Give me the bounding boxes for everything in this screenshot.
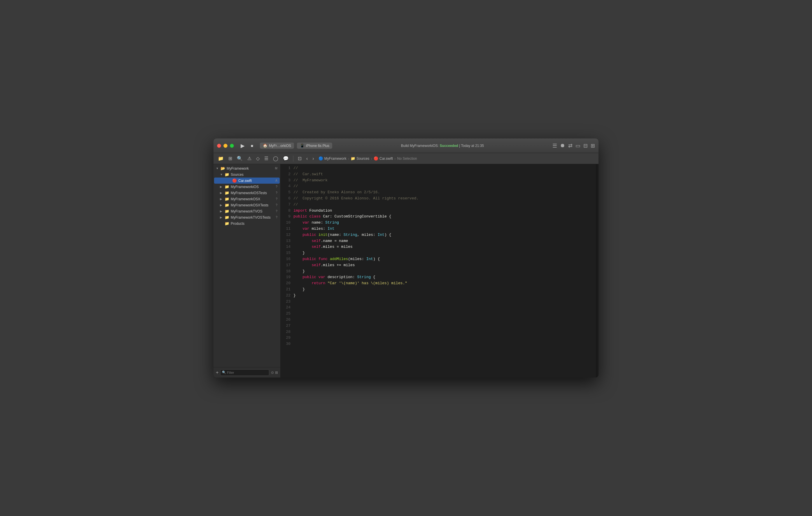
folder-icon: 📁 bbox=[225, 185, 229, 189]
sidebar: ▼ 📂 MyFramework M ▼ 📁 Sources 🔴 Car.swif… bbox=[213, 164, 281, 377]
item-label: Car.swift bbox=[238, 179, 252, 183]
arrow-icon: ▶ bbox=[220, 191, 224, 194]
forward-btn[interactable]: › bbox=[311, 155, 315, 162]
arrow-icon: ▶ bbox=[220, 216, 224, 219]
item-label: Products bbox=[231, 221, 244, 225]
badge-q: ? bbox=[276, 185, 278, 188]
build-status: Build MyFrameworkiOS: Succeeded | Today … bbox=[332, 144, 552, 148]
sidebar-item-myframework[interactable]: ▼ 📂 MyFramework M bbox=[214, 165, 280, 172]
breakpoint-btn[interactable]: ◯ bbox=[271, 155, 280, 162]
source-control-btn[interactable]: ◇ bbox=[255, 155, 261, 162]
folder-icon: 📁 bbox=[225, 215, 229, 219]
sidebar-item-myframeworktvostests[interactable]: ▶ 📁 MyFrameworkTVOSTests ? bbox=[214, 214, 280, 220]
grid-view-btn[interactable]: ⊞ bbox=[227, 155, 234, 162]
folder-icon: 📁 bbox=[225, 172, 229, 177]
filter-search-icon: 🔍 bbox=[222, 370, 226, 374]
minimize-button[interactable] bbox=[224, 144, 228, 148]
scheme-device[interactable]: 📱 iPhone 6s Plus bbox=[297, 142, 332, 149]
recent-icon[interactable]: ⊙ bbox=[271, 370, 274, 374]
sidebar-item-products[interactable]: 📁 Products bbox=[214, 220, 280, 226]
folder-icon: 📁 bbox=[225, 203, 229, 207]
bookmark-btn[interactable]: ☰ bbox=[263, 155, 270, 162]
folder-icon: 📁 bbox=[225, 221, 229, 225]
note-btn[interactable]: 💬 bbox=[282, 155, 290, 162]
titlebar-right-controls: ☰ ⏺ ⇄ ▭ ⊟ ⊞ bbox=[552, 143, 595, 149]
filter-right-icons: ⊙ ⊞ bbox=[271, 370, 278, 374]
item-label: MyFrameworkOSX bbox=[231, 197, 260, 201]
arrow-icon: ▼ bbox=[220, 173, 224, 176]
folder-icon: 📁 bbox=[225, 197, 229, 201]
sidebar-item-carswift[interactable]: 🔴 Car.swift A bbox=[214, 178, 280, 184]
sidebar-item-myframeworktvos[interactable]: ▶ 📁 MyFrameworkTVOS ? bbox=[214, 208, 280, 214]
item-label: Sources bbox=[231, 173, 243, 177]
breadcrumb-sources-label: Sources bbox=[356, 156, 369, 161]
breadcrumb-sep-3: › bbox=[394, 156, 396, 161]
preview-btn[interactable]: ⊡ bbox=[296, 155, 303, 162]
folder-icon: 📁 bbox=[225, 191, 229, 195]
badge-q: ? bbox=[276, 216, 278, 219]
sources-folder-icon: 📁 bbox=[351, 156, 355, 161]
layout-split-icon[interactable]: ⊟ bbox=[583, 143, 588, 149]
project-navigator[interactable]: ▼ 📂 MyFramework M ▼ 📁 Sources 🔴 Car.swif… bbox=[213, 164, 280, 367]
navigator-icon[interactable]: ⏺ bbox=[560, 143, 565, 149]
arrow-icon: ▶ bbox=[220, 204, 224, 207]
layout-triple-icon[interactable]: ⊞ bbox=[591, 143, 595, 149]
add-file-button[interactable]: + bbox=[216, 370, 219, 375]
minimap-panel bbox=[596, 164, 599, 377]
xcode-window: ▶ ■ 🏠 MyFr…orkiOS 📱 iPhone 6s Plus Build… bbox=[213, 139, 599, 377]
folder-icon-btn[interactable]: 📁 bbox=[216, 155, 225, 162]
code-area[interactable]: 12345 678910 1112131415 1617181920 21222… bbox=[281, 164, 596, 377]
editor-layout-icon[interactable]: ☰ bbox=[552, 143, 557, 149]
scheme-selector: 🏠 MyFr…orkiOS 📱 iPhone 6s Plus bbox=[260, 142, 332, 149]
swift-icon: 🔴 bbox=[232, 178, 237, 183]
filter-options-icon[interactable]: ⊞ bbox=[275, 370, 278, 374]
main-content: ▼ 📂 MyFramework M ▼ 📁 Sources 🔴 Car.swif… bbox=[213, 164, 599, 377]
sidebar-footer: + 🔍 ⊙ ⊞ bbox=[213, 367, 280, 377]
sidebar-item-sources[interactable]: ▼ 📁 Sources bbox=[214, 172, 280, 178]
item-label: MyFrameworkiOSTests bbox=[231, 191, 267, 195]
sidebar-item-myframeworkios[interactable]: ▶ 📁 MyFrameworkiOS ? bbox=[214, 184, 280, 190]
badge-q: ? bbox=[276, 204, 278, 207]
arrow-icon: ▶ bbox=[220, 198, 224, 201]
scheme-target[interactable]: 🏠 MyFr…orkiOS bbox=[260, 142, 294, 149]
scheme-target-label: MyFr…orkiOS bbox=[269, 144, 291, 148]
scheme-device-label: iPhone 6s Plus bbox=[306, 144, 329, 148]
stop-button[interactable]: ■ bbox=[248, 142, 256, 150]
badge-a: A bbox=[276, 179, 278, 182]
filter-input[interactable] bbox=[227, 371, 267, 374]
swift-file-icon: 🔴 bbox=[374, 156, 378, 161]
code-content: // // Car.swift // MyFramework // // Cre… bbox=[293, 165, 596, 376]
breadcrumb-sep-1: › bbox=[348, 156, 349, 161]
breadcrumb-myframework-label: MyFramework bbox=[324, 156, 347, 161]
maximize-button[interactable] bbox=[230, 144, 234, 148]
arrow-icon: ▼ bbox=[216, 167, 220, 170]
badge-q: ? bbox=[276, 191, 278, 194]
badge-m: M bbox=[275, 167, 278, 170]
myframework-icon: 🔵 bbox=[319, 156, 323, 161]
back-forward-icon[interactable]: ⇄ bbox=[568, 143, 573, 149]
folder-icon: 📂 bbox=[221, 166, 225, 171]
breadcrumb-carswift[interactable]: 🔴 Car.swift bbox=[374, 156, 393, 161]
sidebar-item-myframeworkosxtests[interactable]: ▶ 📁 MyFrameworkOSXTests ? bbox=[214, 202, 280, 208]
no-selection-label: No Selection bbox=[397, 156, 417, 161]
breadcrumb-myframework[interactable]: 🔵 MyFramework bbox=[319, 156, 347, 161]
back-btn[interactable]: ‹ bbox=[305, 155, 309, 162]
sidebar-item-myframeworkiostests[interactable]: ▶ 📁 MyFrameworkiOSTests ? bbox=[214, 190, 280, 196]
item-label: MyFramework bbox=[227, 166, 249, 171]
run-button[interactable]: ▶ bbox=[239, 142, 247, 150]
search-btn[interactable]: 🔍 bbox=[235, 155, 244, 162]
breadcrumb-sources[interactable]: 📁 Sources bbox=[351, 156, 369, 161]
warning-btn[interactable]: ⚠ bbox=[246, 155, 253, 162]
target-icon: 🏠 bbox=[263, 144, 267, 148]
device-icon: 📱 bbox=[300, 144, 304, 148]
folder-icon: 📁 bbox=[225, 209, 229, 213]
arrow-icon: ▶ bbox=[220, 185, 224, 188]
sidebar-item-myframeworkosx[interactable]: ▶ 📁 MyFrameworkOSX ? bbox=[214, 196, 280, 202]
line-numbers: 12345 678910 1112131415 1617181920 21222… bbox=[281, 165, 293, 376]
close-button[interactable] bbox=[217, 144, 221, 148]
breadcrumb-sep-2: › bbox=[371, 156, 372, 161]
layout-single-icon[interactable]: ▭ bbox=[576, 143, 580, 149]
code-editor[interactable]: 12345 678910 1112131415 1617181920 21222… bbox=[281, 164, 596, 377]
toolbar-separator bbox=[293, 156, 293, 161]
traffic-lights bbox=[217, 144, 234, 148]
